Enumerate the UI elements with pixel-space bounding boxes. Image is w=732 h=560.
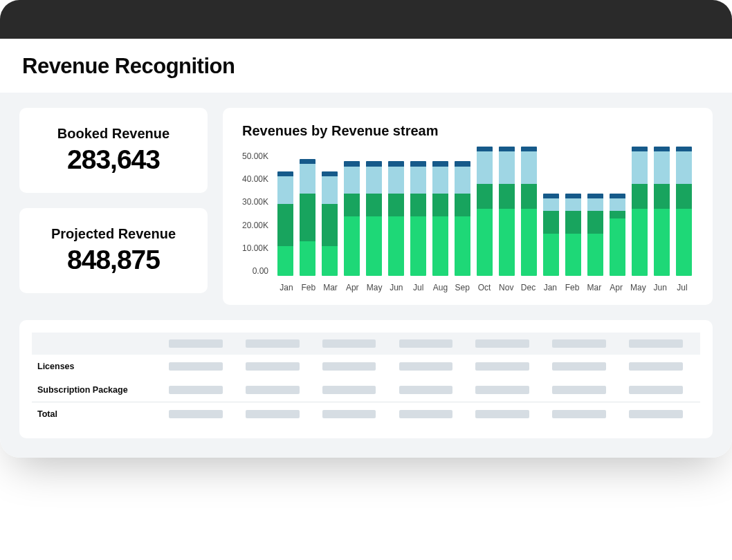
bar-segment (388, 167, 404, 194)
revenue-chart-card: Revenues by Revenue stream 50.00K40.00K3… (223, 108, 713, 305)
y-tick: 0.00 (253, 266, 268, 276)
y-tick: 40.00K (242, 174, 268, 184)
cell-placeholder (322, 362, 376, 371)
bar-segment (543, 194, 559, 198)
bar-segment (477, 151, 493, 184)
bar-column (607, 194, 627, 276)
bar (610, 194, 625, 276)
bar (344, 161, 360, 276)
bar (322, 171, 338, 276)
x-tick: Jul (671, 283, 693, 292)
y-tick: 50.00K (242, 151, 268, 161)
bar-segment (676, 184, 692, 209)
projected-revenue-label: Projected Revenue (35, 226, 192, 242)
cell-placeholder (552, 410, 606, 418)
bar-segment (344, 161, 360, 166)
bar-segment (676, 147, 692, 151)
x-tick: Jun (385, 283, 408, 292)
bar-segment (455, 161, 470, 166)
bar-segment (322, 171, 338, 176)
bar-column (320, 171, 339, 276)
bar-segment (610, 194, 625, 198)
col-header-placeholder (629, 339, 683, 348)
bar-segment (300, 194, 315, 241)
y-tick: 20.00K (242, 221, 268, 230)
bar-segment (587, 198, 603, 211)
cell-placeholder (169, 386, 223, 394)
cell-placeholder (246, 386, 300, 394)
bar-segment (521, 184, 537, 209)
bar (300, 159, 315, 276)
bar (565, 194, 581, 276)
bar-column (652, 147, 671, 276)
row-label-subscription: Subscription Package (32, 378, 163, 402)
chart-x-axis: JanFebMarAprMayJunJulAugSepOctNovDecJanF… (275, 283, 693, 292)
x-tick: Dec (518, 283, 540, 292)
bar-segment (455, 194, 470, 216)
y-tick: 10.00K (242, 243, 268, 253)
bar-segment (521, 151, 537, 184)
cell-placeholder (475, 362, 529, 371)
bar (499, 147, 515, 276)
bar-segment (632, 147, 648, 151)
bar-segment (388, 216, 404, 276)
bar-segment (543, 234, 559, 276)
bar-segment (499, 147, 515, 151)
bar (654, 147, 670, 276)
bar (410, 161, 426, 276)
bar-segment (432, 161, 448, 166)
bar-segment (432, 216, 448, 276)
cell-placeholder (399, 386, 453, 394)
bar-segment (366, 161, 382, 166)
col-header-placeholder (399, 339, 453, 348)
bar-segment (676, 209, 692, 276)
cell-placeholder (552, 386, 606, 394)
cell-placeholder (629, 410, 683, 418)
kpi-column: Booked Revenue 283,643 Projected Revenue… (19, 108, 208, 305)
x-tick: Oct (473, 283, 495, 292)
bar-segment (366, 216, 382, 276)
bar-segment (300, 241, 315, 276)
bar-segment (499, 209, 515, 276)
x-tick: Feb (298, 283, 320, 292)
x-tick: Nov (495, 283, 518, 292)
booked-revenue-label: Booked Revenue (35, 126, 192, 142)
bar-segment (543, 211, 559, 233)
x-tick: Apr (341, 283, 363, 292)
cell-placeholder (399, 410, 453, 418)
content-area: Booked Revenue 283,643 Projected Revenue… (0, 93, 732, 458)
bar-segment (344, 167, 360, 194)
bar-segment (587, 234, 603, 276)
bar-segment (543, 198, 559, 211)
bar-segment (477, 184, 493, 209)
bar-column (298, 159, 317, 276)
x-tick: Aug (430, 283, 452, 292)
bar-segment (322, 176, 338, 204)
x-tick: Apr (605, 283, 628, 292)
bar-column (475, 147, 494, 276)
bar-segment (632, 209, 648, 276)
bar-column (563, 194, 583, 276)
bar-segment (654, 147, 670, 151)
table-header-row (32, 333, 700, 355)
bar-column (585, 194, 605, 276)
bar-segment (632, 151, 648, 184)
bar-segment (610, 211, 625, 218)
bar-segment (432, 194, 448, 216)
chart-bars-wrap: JanFebMarAprMayJunJulAugSepOctNovDecJanF… (275, 151, 693, 292)
booked-revenue-value: 283,643 (35, 144, 192, 175)
cell-placeholder (475, 410, 529, 418)
bar-segment (277, 171, 293, 176)
bar-segment (654, 184, 670, 209)
chart-title: Revenues by Revenue stream (242, 123, 693, 139)
x-tick: Jan (275, 283, 298, 292)
bar-segment (432, 167, 448, 194)
bar-segment (610, 218, 625, 276)
bar-segment (499, 184, 515, 209)
bar (388, 161, 404, 276)
x-tick: Jan (539, 283, 561, 292)
row-label-licenses: Licenses (32, 355, 163, 378)
col-header-placeholder (246, 339, 300, 348)
cell-placeholder (322, 386, 376, 394)
bar-column (541, 194, 560, 276)
